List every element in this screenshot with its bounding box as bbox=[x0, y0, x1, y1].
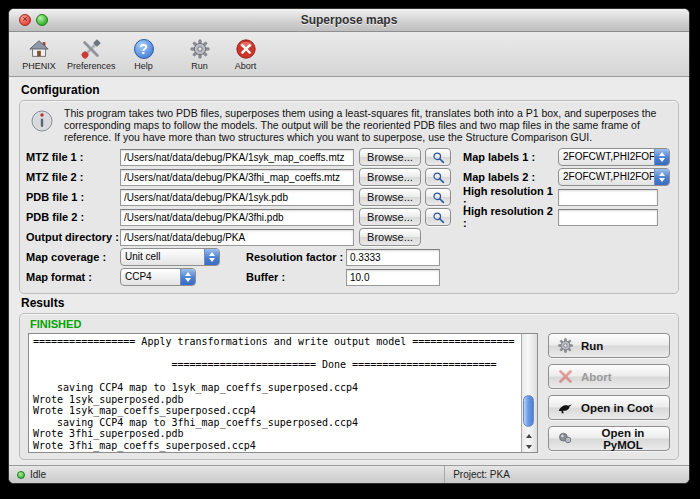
help-icon: ? bbox=[133, 38, 155, 60]
pdb-file-1-browse-button[interactable]: Browse... bbox=[359, 188, 421, 206]
magnifier-icon bbox=[432, 191, 445, 204]
buffer-input[interactable] bbox=[346, 269, 440, 286]
mtz-file-1-browse-button[interactable]: Browse... bbox=[359, 148, 421, 166]
map-coverage-value: Unit cell bbox=[121, 249, 204, 265]
run-button-label: Run bbox=[581, 340, 603, 352]
map-format-label: Map format : bbox=[26, 271, 120, 283]
toolbar-phenix-button[interactable]: PHENIX bbox=[21, 38, 57, 71]
pdb-file-1-preview-button[interactable] bbox=[425, 188, 451, 206]
output-directory-input[interactable] bbox=[120, 229, 354, 246]
map-labels-1-select[interactable]: 2FOFCWT,PHI2FOF... bbox=[558, 148, 670, 166]
map-format-row: Map format : CCP4 Buffer : bbox=[26, 267, 672, 287]
output-directory-browse-button[interactable]: Browse... bbox=[359, 228, 421, 246]
updown-arrows-icon bbox=[204, 249, 219, 265]
toolbar-help-button[interactable]: ? Help bbox=[126, 38, 162, 71]
abort-icon bbox=[235, 38, 257, 60]
output-console-frame: ================= Apply transformations … bbox=[28, 333, 538, 453]
open-in-coot-label: Open in Coot bbox=[581, 402, 653, 414]
pdb-file-1-row: PDB file 1 : Browse... High resolution 1… bbox=[26, 187, 672, 207]
map-format-select[interactable]: CCP4 bbox=[120, 268, 196, 286]
high-resolution-1-input[interactable] bbox=[558, 189, 658, 206]
toolbar-label: Abort bbox=[235, 61, 257, 71]
open-in-coot-button[interactable]: Open in Coot bbox=[548, 395, 670, 420]
configuration-panel: This program takes two PDB files, superp… bbox=[19, 100, 679, 294]
zoom-button[interactable] bbox=[36, 14, 48, 26]
scroll-down-button[interactable] bbox=[522, 441, 536, 452]
window-title: Superpose maps bbox=[301, 13, 398, 27]
resolution-factor-input[interactable] bbox=[346, 249, 440, 266]
statusbar: Idle Project: PKA bbox=[9, 465, 689, 483]
info-icon bbox=[30, 107, 54, 137]
status-badge: FINISHED bbox=[30, 318, 668, 330]
superpose-maps-window: Superpose maps PHENIX Preferences ? Help… bbox=[8, 8, 690, 484]
toolbar-abort-button[interactable]: Abort bbox=[228, 38, 264, 71]
high-resolution-2-label: High resolution 2 : bbox=[463, 205, 558, 229]
toolbar-run-button[interactable]: Run bbox=[182, 38, 218, 71]
project-label: Project: PKA bbox=[444, 466, 510, 483]
scroll-up-button[interactable] bbox=[522, 430, 536, 441]
abort-button[interactable]: Abort bbox=[548, 364, 670, 389]
output-console[interactable]: ================= Apply transformations … bbox=[29, 334, 521, 452]
map-format-value: CCP4 bbox=[121, 269, 180, 285]
description-text: This program takes two PDB files, superp… bbox=[64, 107, 664, 143]
pymol-icon bbox=[557, 430, 574, 447]
action-buttons: Run Abort Open in Coot bbox=[548, 333, 670, 453]
mtz-file-2-input[interactable] bbox=[120, 169, 354, 186]
map-labels-1-value: 2FOFCWT,PHI2FOF... bbox=[559, 149, 654, 165]
mtz-file-1-input[interactable] bbox=[120, 149, 354, 166]
coot-bird-icon bbox=[557, 399, 574, 416]
pdb-file-1-input[interactable] bbox=[120, 189, 354, 206]
gear-icon bbox=[189, 38, 211, 60]
program-description: This program takes two PDB files, superp… bbox=[26, 106, 672, 147]
magnifier-icon bbox=[432, 151, 445, 164]
pdb-file-2-row: PDB file 2 : Browse... High resolution 2… bbox=[26, 207, 672, 227]
map-labels-2-select[interactable]: 2FOFCWT,PHI2FOF... bbox=[558, 168, 670, 186]
mtz-file-1-preview-button[interactable] bbox=[425, 148, 451, 166]
run-button[interactable]: Run bbox=[548, 333, 670, 358]
map-coverage-row: Map coverage : Unit cell Resolution fact… bbox=[26, 247, 672, 267]
toolbar-label: PHENIX bbox=[22, 61, 56, 71]
open-in-pymol-label: Open in PyMOL bbox=[581, 427, 665, 451]
toolbar-label: Help bbox=[134, 61, 153, 71]
abort-button-label: Abort bbox=[581, 371, 612, 383]
map-coverage-label: Map coverage : bbox=[26, 251, 120, 263]
toolbar-label: Run bbox=[191, 61, 208, 71]
results-panel: FINISHED ================= Apply transfo… bbox=[19, 313, 679, 460]
status-text: Idle bbox=[30, 469, 46, 480]
scrollbar-thumb[interactable] bbox=[523, 395, 534, 427]
mtz-file-1-label: MTZ file 1 : bbox=[26, 151, 120, 163]
console-scrollbar[interactable] bbox=[521, 334, 537, 452]
pdb-file-2-preview-button[interactable] bbox=[425, 208, 451, 226]
pdb-file-2-label: PDB file 2 : bbox=[26, 211, 120, 223]
gear-icon bbox=[557, 337, 574, 354]
updown-arrows-icon bbox=[654, 169, 669, 185]
map-labels-2-value: 2FOFCWT,PHI2FOF... bbox=[559, 169, 654, 185]
output-directory-label: Output directory : bbox=[26, 231, 120, 243]
mtz-file-2-label: MTZ file 2 : bbox=[26, 171, 120, 183]
close-button[interactable] bbox=[19, 14, 31, 26]
open-in-pymol-button[interactable]: Open in PyMOL bbox=[548, 426, 670, 451]
magnifier-icon bbox=[432, 171, 445, 184]
buffer-label: Buffer : bbox=[246, 271, 346, 283]
titlebar[interactable]: Superpose maps bbox=[9, 9, 689, 32]
output-directory-row: Output directory : Browse... bbox=[26, 227, 672, 247]
traffic-lights bbox=[19, 14, 48, 26]
pdb-file-2-browse-button[interactable]: Browse... bbox=[359, 208, 421, 226]
high-resolution-2-input[interactable] bbox=[558, 209, 658, 226]
pdb-file-2-input[interactable] bbox=[120, 209, 354, 226]
pdb-file-1-label: PDB file 1 : bbox=[26, 191, 120, 203]
toolbar-preferences-button[interactable]: Preferences bbox=[67, 38, 116, 71]
toolbar: PHENIX Preferences ? Help Run Abort bbox=[9, 32, 689, 77]
map-coverage-select[interactable]: Unit cell bbox=[120, 248, 220, 266]
map-labels-1-label: Map labels 1 : bbox=[463, 151, 558, 163]
mtz-file-2-preview-button[interactable] bbox=[425, 168, 451, 186]
resolution-factor-label: Resolution factor : bbox=[246, 251, 346, 263]
mtz-file-2-browse-button[interactable]: Browse... bbox=[359, 168, 421, 186]
mtz-file-1-row: MTZ file 1 : Browse... Map labels 1 : 2F… bbox=[26, 147, 672, 167]
magnifier-icon bbox=[432, 211, 445, 224]
abort-x-icon bbox=[557, 368, 574, 385]
toolbar-label: Preferences bbox=[67, 61, 116, 71]
configuration-heading: Configuration bbox=[21, 83, 677, 97]
status-indicator-icon bbox=[17, 471, 25, 479]
mtz-file-2-row: MTZ file 2 : Browse... Map labels 2 : 2F… bbox=[26, 167, 672, 187]
